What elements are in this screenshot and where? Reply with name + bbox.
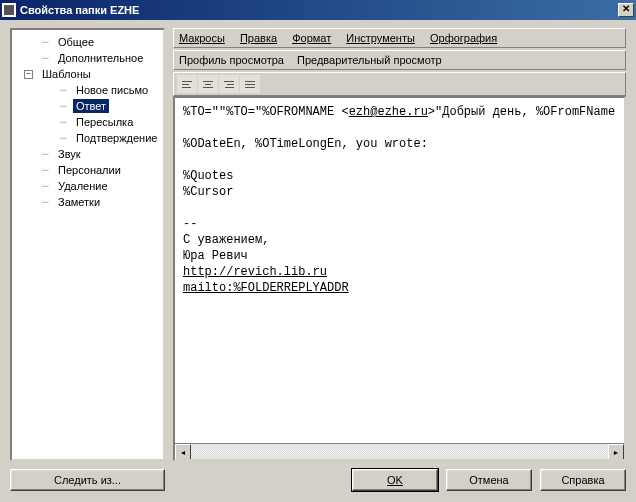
- tree-item-sound[interactable]: ┈Звук: [14, 146, 161, 162]
- align-left-icon[interactable]: [177, 75, 197, 93]
- tree-item-forward[interactable]: ┈Пересылка: [14, 114, 161, 130]
- tree-item-reply[interactable]: ┈Ответ: [14, 98, 161, 114]
- tree-item-templates[interactable]: −Шаблоны: [14, 66, 161, 82]
- cancel-button[interactable]: Отмена: [446, 469, 532, 491]
- template-editor[interactable]: %TO=""%TO="%OFROMNAME <ezh@ezhe.ru>"Добр…: [175, 98, 624, 443]
- submenu-preview[interactable]: Предварительный просмотр: [297, 54, 442, 66]
- url-link: http://revich.lib.ru: [183, 265, 327, 279]
- tree-panel: ┈Общее ┈Дополнительное −Шаблоны ┈Новое п…: [10, 28, 165, 461]
- scroll-track[interactable]: [191, 444, 608, 459]
- collapse-icon[interactable]: −: [24, 70, 33, 79]
- tree-item-additional[interactable]: ┈Дополнительное: [14, 50, 161, 66]
- help-button[interactable]: Справка: [540, 469, 626, 491]
- horizontal-scrollbar[interactable]: ◄ ►: [175, 443, 624, 459]
- scroll-right-icon[interactable]: ►: [608, 444, 624, 460]
- app-icon: [2, 3, 16, 17]
- tree-item-new-letter[interactable]: ┈Новое письмо: [14, 82, 161, 98]
- titlebar: Свойства папки EZHE ✕: [0, 0, 636, 20]
- mailto-link: mailto:%FOLDERREPLYADDR: [183, 281, 349, 295]
- align-justify-icon[interactable]: [240, 75, 260, 93]
- email-link: ezh@ezhe.ru: [349, 105, 428, 119]
- menu-tools[interactable]: Инструменты: [346, 32, 415, 44]
- tree-item-general[interactable]: ┈Общее: [14, 34, 161, 50]
- toolbar: [173, 72, 626, 96]
- tree-item-confirm[interactable]: ┈Подтверждение: [14, 130, 161, 146]
- menu-macros[interactable]: Макросы: [179, 32, 225, 44]
- align-center-icon[interactable]: [198, 75, 218, 93]
- submenu-view-profile[interactable]: Профиль просмотра: [179, 54, 284, 66]
- align-right-icon[interactable]: [219, 75, 239, 93]
- tree-item-delete[interactable]: ┈Удаление: [14, 178, 161, 194]
- ok-button[interactable]: OK: [352, 469, 438, 491]
- button-bar: Следить из... OK Отмена Справка: [0, 465, 636, 501]
- menubar: Макросы Правка Формат Инструменты Орфогр…: [173, 28, 626, 48]
- close-icon[interactable]: ✕: [618, 3, 634, 17]
- tree-item-notes[interactable]: ┈Заметки: [14, 194, 161, 210]
- menu-edit[interactable]: Правка: [240, 32, 277, 44]
- follow-button[interactable]: Следить из...: [10, 469, 165, 491]
- submenubar: Профиль просмотра Предварительный просмо…: [173, 50, 626, 70]
- menu-spelling[interactable]: Орфография: [430, 32, 497, 44]
- editor-area[interactable]: %TO=""%TO="%OFROMNAME <ezh@ezhe.ru>"Добр…: [173, 96, 626, 461]
- tree-item-personal[interactable]: ┈Персоналии: [14, 162, 161, 178]
- menu-format[interactable]: Формат: [292, 32, 331, 44]
- window-title: Свойства папки EZHE: [20, 4, 618, 16]
- scroll-left-icon[interactable]: ◄: [175, 444, 191, 460]
